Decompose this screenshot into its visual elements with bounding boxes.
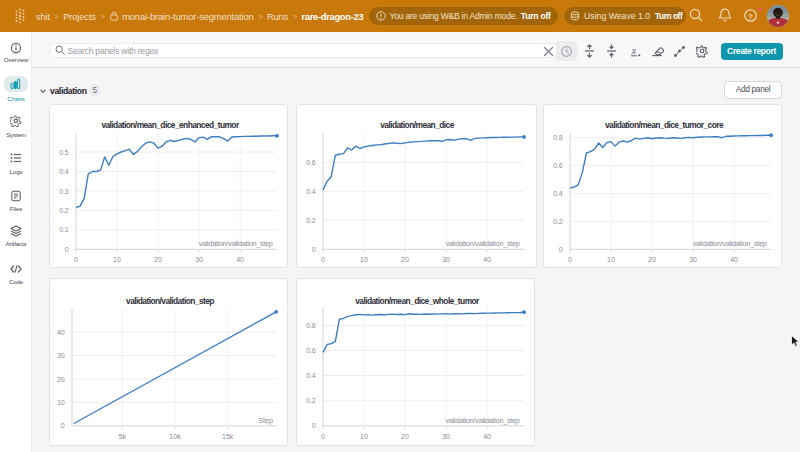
svg-text:validation/validation_step: validation/validation_step [199,239,273,248]
svg-text:10k: 10k [169,433,181,440]
svg-text:40: 40 [236,256,244,263]
svg-text:0.8: 0.8 [553,134,562,141]
svg-text:validation/mean_dice_enhanced_: validation/mean_dice_enhanced_tumor [101,120,240,130]
svg-text:?: ? [748,11,753,20]
svg-text:validation/validation_step: validation/validation_step [693,239,767,248]
svg-text:30: 30 [195,256,203,263]
svg-text:0: 0 [321,433,325,440]
svg-text:15k: 15k [222,433,234,440]
svg-text:validation/validation_step: validation/validation_step [446,239,520,248]
svg-text:40: 40 [483,256,491,263]
svg-text:40: 40 [730,256,738,263]
svg-text:validation/validation_step: validation/validation_step [126,296,214,306]
svg-text:0.4: 0.4 [306,188,315,195]
svg-text:0: 0 [568,256,572,263]
svg-text:0: 0 [74,256,78,263]
svg-text:10: 10 [607,256,615,263]
svg-text:Step: Step [258,416,273,425]
svg-text:validation/validation_step: validation/validation_step [446,416,520,425]
svg-text:0.8: 0.8 [306,322,315,329]
svg-text:20: 20 [401,256,409,263]
svg-text:0.6: 0.6 [306,347,315,354]
svg-text:20: 20 [154,256,162,263]
svg-text:0.4: 0.4 [306,372,315,379]
svg-text:0.2: 0.2 [306,217,315,224]
svg-text:0: 0 [321,256,325,263]
svg-text:0.1: 0.1 [59,226,68,233]
svg-text:0.2: 0.2 [306,397,315,404]
svg-text:0.6: 0.6 [306,159,315,166]
svg-text:0.2: 0.2 [553,218,562,225]
svg-text:10: 10 [57,399,65,406]
svg-text:30: 30 [689,256,697,263]
svg-text:30: 30 [442,433,450,440]
svg-text:0.4: 0.4 [59,168,68,175]
svg-text:0.4: 0.4 [553,190,562,197]
svg-text:30: 30 [442,256,450,263]
svg-text:40: 40 [483,433,491,440]
svg-text:20: 20 [401,433,409,440]
svg-text:20: 20 [648,256,656,263]
svg-text:x: x [631,45,637,56]
svg-text:10: 10 [360,433,368,440]
svg-text:validation/mean_dice_whole_tum: validation/mean_dice_whole_tumor [355,296,480,306]
svg-text:validation/mean_dice_tumor_cor: validation/mean_dice_tumor_core [605,120,724,130]
svg-text:0.5: 0.5 [59,149,68,156]
svg-text:validation/mean_dice: validation/mean_dice [380,120,454,130]
svg-text:0.6: 0.6 [553,162,562,169]
svg-text:10: 10 [113,256,121,263]
svg-text:0: 0 [559,246,563,253]
svg-text:0: 0 [65,246,69,253]
svg-text:20: 20 [57,376,65,383]
svg-text:0.2: 0.2 [59,207,68,214]
svg-text:0.3: 0.3 [59,188,68,195]
svg-text:0: 0 [312,246,316,253]
svg-text:0: 0 [61,422,65,429]
svg-text:10: 10 [360,256,368,263]
svg-text:40: 40 [57,329,65,336]
svg-text:30: 30 [57,352,65,359]
svg-text:5k: 5k [119,433,127,440]
svg-text:0: 0 [312,422,316,429]
